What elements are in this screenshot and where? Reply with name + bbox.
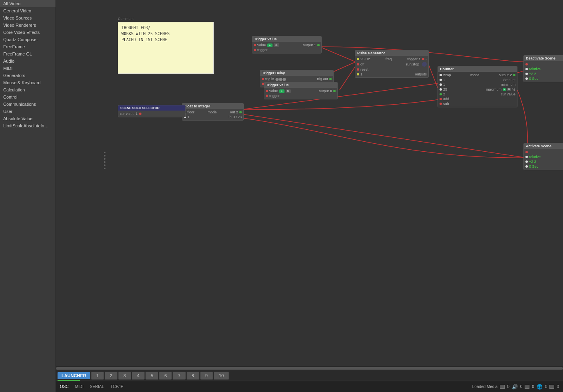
ds-fade-row: 0 Sec fade	[525, 76, 563, 81]
ds-trigger-row: trigger	[525, 62, 563, 67]
serial-status[interactable]: SERIAL	[90, 384, 104, 389]
fti-mode-row: floor mode out 2	[184, 110, 242, 115]
tab-5[interactable]: 5	[145, 372, 158, 380]
scene-solo-selector-node: SCENE SOLO SELECTOR cur value 1	[118, 105, 186, 117]
sidebar-item-video-renderers[interactable]: Video Renderers	[0, 22, 56, 29]
tab-9[interactable]: 9	[200, 372, 213, 380]
trigger-value-1-title: Trigger Value	[252, 36, 321, 42]
counter-title: Counter	[438, 66, 517, 72]
tab-launcher[interactable]: LAUNCHER	[58, 372, 90, 379]
pg-freq-port	[357, 58, 359, 60]
sidebar-item-midi[interactable]: MIDI	[0, 65, 56, 72]
sidebar-item-audio[interactable]: Audio	[0, 57, 56, 65]
tv2-trigger-row: trigger	[266, 93, 336, 98]
counter-minimum-row: 1 minimum	[440, 82, 515, 87]
tab-4[interactable]: 4	[132, 372, 145, 380]
as-scene-row: +2 2 scene + -	[525, 159, 563, 164]
osc-status[interactable]: OSC	[60, 384, 69, 389]
sidebar-item-freeframe[interactable]: FreeFrame	[0, 43, 56, 50]
tv1-value-row: value ✦ ✕ output 1	[254, 43, 320, 48]
ds-scene-port	[525, 73, 528, 75]
sidebar-item-core-video-effects[interactable]: Core Video Effects	[0, 29, 56, 36]
activate-scene-title: Activate Scene	[524, 143, 563, 149]
activate-scene-node: Activate Scene trigger relative mode	[523, 143, 563, 170]
tcpip-label: TCP/IP	[110, 384, 123, 389]
counter-add-port	[440, 98, 442, 100]
tab-8[interactable]: 8	[187, 372, 199, 380]
float-to-integer-body: floor mode out 2 1 in 0.123	[182, 109, 243, 120]
loaded-media-section: Loaded Media 0 🔊 0 0 🌐 0 0	[472, 384, 559, 390]
sss-port	[139, 113, 141, 115]
tv2-value-row: value ✦ ✕ output 0	[266, 89, 336, 93]
audio-icon: 🔊	[512, 384, 518, 390]
canvas-scrollbar[interactable]	[56, 366, 563, 370]
counter-amount-row: 1 Amount	[440, 77, 515, 82]
deactivate-scene-title: Deactivate Scene	[524, 55, 563, 61]
pg-runstop-indicator	[422, 62, 427, 67]
as-mode-row: relative mode	[525, 154, 563, 159]
sidebar-item-calculation[interactable]: Calculation	[0, 86, 56, 93]
counter-curval-row: 2 cur value	[440, 92, 515, 97]
midi-label: MIDI	[75, 384, 84, 389]
tv2-trigger-port	[266, 95, 268, 97]
sidebar-item-absolute-value[interactable]: Absolute Value	[0, 115, 56, 122]
as-trigger-row: trigger	[525, 150, 563, 154]
web-icon: 🌐	[537, 384, 543, 390]
activate-scene-body: trigger relative mode +2 2 scene	[524, 149, 563, 170]
sidebar-item-all-video[interactable]: All Video	[0, 0, 56, 7]
midi-status[interactable]: MIDI	[75, 384, 84, 389]
as-fade-row: 0 Sec fade	[525, 164, 563, 169]
counter-maximum-port	[440, 88, 442, 91]
as-fade-port	[525, 165, 528, 168]
counter-max-btn2[interactable]: ✕	[507, 88, 511, 91]
counter-add-row: add	[440, 97, 515, 101]
resize-handle[interactable]	[104, 152, 105, 169]
tab-1[interactable]: 1	[91, 372, 104, 380]
counter-max-btn1[interactable]: +	[503, 88, 506, 91]
pg-reset-row: reset	[357, 67, 427, 72]
canvas-area[interactable]: Comment THOUGHT FOR/WORKS WITH 25 SCENES…	[56, 0, 563, 366]
video-count: 0	[532, 384, 534, 389]
web-count: 0	[545, 384, 547, 389]
sidebar-item-general-video[interactable]: General Video	[0, 7, 56, 14]
as-scene-port	[525, 160, 528, 163]
sidebar-item-quartz-composer[interactable]: Quartz Composer	[0, 36, 56, 43]
pg-trigger-port	[422, 58, 424, 60]
sidebar-item-mouse-keyboard[interactable]: Mouse & Keyboard	[0, 79, 56, 86]
sidebar-item-limit-scale[interactable]: LimitScaleAbsoluteIn…	[0, 122, 56, 129]
sidebar-item-communications[interactable]: Communications	[0, 101, 56, 108]
tcpip-status[interactable]: TCP/IP	[110, 384, 123, 389]
comment-box: THOUGHT FOR/WORKS WITH 25 SCENESPLACED I…	[118, 22, 214, 74]
trigger-value-1-node: Trigger Value value ✦ ✕ output 1 t	[252, 36, 322, 53]
counter-node: Counter wrap mode output 2 1	[438, 66, 517, 107]
loaded-media-icon	[500, 385, 505, 389]
tab-2[interactable]: 2	[105, 372, 117, 380]
tv1-trigger-row: trigger	[254, 48, 320, 52]
tab-7[interactable]: 7	[173, 372, 185, 380]
sidebar-item-freeframe-gl[interactable]: FreeFrame GL	[0, 50, 56, 57]
counter-maximum-row: 25 maximum + ✕ ⅓	[440, 87, 515, 92]
counter-body: wrap mode output 2 1 Amount	[438, 72, 517, 107]
comment-title: Comment	[118, 17, 133, 21]
pg-freq-row: 25 Hz freq trigger 1 -	[357, 57, 427, 61]
audio-count: 0	[520, 384, 523, 389]
serial-label: SERIAL	[90, 384, 104, 389]
counter-sub-port	[440, 103, 442, 105]
video-icon	[525, 385, 529, 389]
tab-3[interactable]: 3	[118, 372, 131, 380]
counter-curval-port	[440, 93, 442, 95]
tab-10[interactable]: 10	[214, 372, 229, 380]
td-trigout-port	[329, 78, 332, 80]
pulse-generator-body: 25 Hz freq trigger 1 - off run/stop	[355, 56, 428, 77]
sidebar-item-control[interactable]: Control	[0, 93, 56, 101]
tab-6[interactable]: 6	[159, 372, 172, 380]
float-to-integer-title: Float to Integer	[182, 103, 243, 109]
status-bar: OSC MIDI SERIAL TCP/IP Loaded Media 0 🔊 …	[56, 381, 563, 392]
ds-fade-port	[525, 77, 528, 80]
sidebar-item-generators[interactable]: Generators	[0, 72, 56, 79]
sidebar-item-video-sources[interactable]: Video Sources	[0, 14, 56, 22]
sss-curval-row: cur value 1	[120, 111, 184, 116]
sidebar: All Video General Video Video Sources Vi…	[0, 0, 56, 392]
sidebar-item-user[interactable]: User	[0, 108, 56, 115]
trigger-value-2-title: Trigger Value	[264, 82, 337, 88]
